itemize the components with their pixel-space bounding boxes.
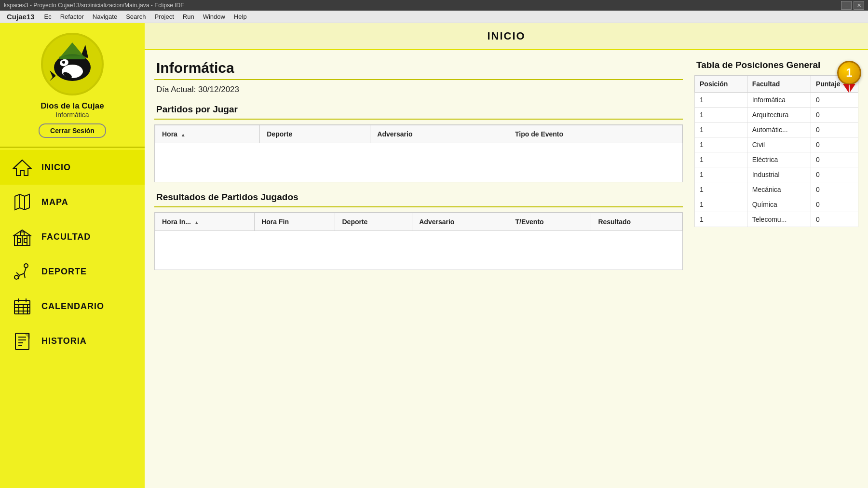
content-area: Informática Día Actual: 30/12/2023 Parti… [145,50,868,488]
standings-row: 1 Mecánica 0 [695,182,858,197]
standings-pts-7: 0 [811,197,858,212]
sidebar-label-calendario: CALENDARIO [41,301,104,312]
partidos-table: Hora ▲ Deporte Adversario Tipo de Evento [155,125,682,143]
menu-item-help[interactable]: Help [230,12,251,21]
standings-pts-4: 0 [811,152,858,167]
standings-col-facultad: Facultad [747,76,811,93]
top-bar-title: INICIO [487,30,525,42]
menu-item-navigate[interactable]: Navigate [89,12,121,21]
resultados-col-hora-fin[interactable]: Hora Fin [255,213,335,231]
resultados-title: Resultados de Partidos Jugados [154,192,683,203]
standings-pos-0: 1 [695,93,747,108]
sidebar-divider [0,147,145,148]
standings-pts-5: 0 [811,167,858,182]
resultados-table-wrapper: Hora In... ▲ Hora Fin Deporte Adversario… [154,212,683,270]
svg-rect-8 [59,56,85,59]
standings-fac-3: Civil [747,137,811,152]
resultados-table: Hora In... ▲ Hora Fin Deporte Adversario… [155,213,682,231]
medal-badge-number: 1 [837,61,861,85]
standings-pos-1: 1 [695,108,747,122]
standings-fac-1: Arquitectura [747,108,811,122]
hora-in-sort-arrow: ▲ [194,220,199,225]
svg-line-23 [24,268,26,273]
ribbon-left [843,84,849,93]
sidebar-label-mapa: MAPA [41,197,68,207]
resultados-divider [154,206,683,207]
standings-body: 1 Informática 0 1 Arquitectura 0 1 Autom… [695,93,858,227]
standings-row: 1 Telecomu... 0 [695,212,858,227]
svg-line-24 [19,273,24,275]
sidebar-item-inicio[interactable]: INICIO [0,150,145,185]
title-bar: kspaces3 - Proyecto Cujae13/src/iniciali… [0,0,868,11]
standings-pts-1: 0 [811,108,858,122]
standings-pos-2: 1 [695,122,747,137]
resultados-col-tevento[interactable]: T/Evento [508,213,591,231]
left-panel: Informática Día Actual: 30/12/2023 Parti… [154,60,683,478]
minimize-button[interactable]: – [841,1,852,10]
partidos-col-tipo[interactable]: Tipo de Evento [508,125,682,143]
standings-fac-8: Telecomu... [747,212,811,227]
standings-row: 1 Eléctrica 0 [695,152,858,167]
close-button[interactable]: ✕ [854,1,864,10]
resultados-col-resultado[interactable]: Resultado [591,213,682,231]
partidos-col-hora[interactable]: Hora ▲ [155,125,260,143]
partidos-title: Partidos por Jugar [154,104,683,115]
partidos-col-adversario[interactable]: Adversario [370,125,508,143]
medal-badge-container: 1 [837,61,861,93]
standings-fac-0: Informática [747,93,811,108]
partidos-header-row: Hora ▲ Deporte Adversario Tipo de Evento [155,125,682,143]
standings-row: 1 Civil 0 [695,137,858,152]
standings-row: 1 Industrial 0 [695,167,858,182]
user-faculty: Informática [55,111,89,119]
standings-pos-8: 1 [695,212,747,227]
svg-rect-18 [20,232,24,236]
resultados-header-row: Hora In... ▲ Hora Fin Deporte Adversario… [155,213,682,231]
standings-row: 1 Arquitectura 0 [695,108,858,122]
orca-logo [46,38,99,91]
sport-icon [12,261,33,282]
standings-fac-6: Mecánica [747,182,811,197]
resultados-col-adversario[interactable]: Adversario [412,213,508,231]
menu-item-search[interactable]: Search [122,12,149,21]
menu-item-refactor[interactable]: Refactor [56,12,88,21]
history-icon [12,330,33,352]
standings-row: 1 Informática 0 [695,93,858,108]
faculty-divider [154,79,683,80]
sidebar-item-deporte[interactable]: DEPORTE [0,254,145,289]
menu-item-window[interactable]: Window [199,12,229,21]
menu-item-ec[interactable]: Ec [41,12,55,21]
resultados-col-hora-in[interactable]: Hora In... ▲ [155,213,255,231]
sidebar-label-historia: HISTORIA [41,336,87,346]
sidebar-item-facultad[interactable]: FACULTAD [0,219,145,254]
menu-item-project[interactable]: Project [150,12,177,21]
app-container: Dios de la Cujae Informática Cerrar Sesi… [0,23,868,488]
logout-button[interactable]: Cerrar Sesión [39,123,106,138]
svg-line-25 [24,273,25,278]
standings-pos-6: 1 [695,182,747,197]
standings-row: 1 Automátic... 0 [695,122,858,137]
sidebar-item-mapa[interactable]: MAPA [0,185,145,219]
menu-brand: Cujae13 [2,12,40,22]
standings-pts-2: 0 [811,122,858,137]
sidebar-item-historia[interactable]: HISTORIA [0,324,145,358]
sidebar-item-calendario[interactable]: CALENDARIO [0,289,145,324]
standings-row: 1 Química 0 [695,197,858,212]
sidebar-label-facultad: FACULTAD [41,232,91,242]
resultados-col-deporte[interactable]: Deporte [335,213,412,231]
standings-col-posicion: Posición [695,76,747,93]
svg-point-28 [14,275,18,279]
sidebar-label-inicio: INICIO [41,163,71,173]
svg-point-3 [62,61,65,64]
standings-fac-5: Industrial [747,167,811,182]
standings-fac-4: Eléctrica [747,152,811,167]
partidos-col-deporte[interactable]: Deporte [260,125,370,143]
svg-marker-7 [60,42,84,57]
svg-marker-5 [50,70,55,81]
right-panel: Tabla de Posiciones General Posición Fac… [694,60,858,478]
sidebar-label-deporte: DEPORTE [41,267,87,277]
standings-fac-2: Automátic... [747,122,811,137]
menu-item-run[interactable]: Run [179,12,198,21]
user-name: Dios de la Cujae [41,101,104,111]
hora-sort-arrow: ▲ [181,132,186,137]
svg-point-22 [24,264,28,268]
